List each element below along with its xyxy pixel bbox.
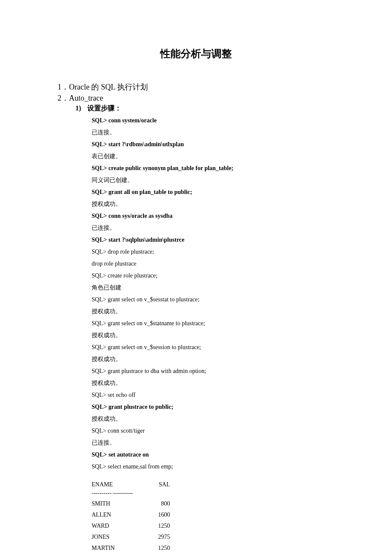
- code-line: drop role plustrace: [92, 258, 334, 270]
- code-line: SQL> create role plustrace;: [92, 270, 334, 282]
- code-line: SQL> set autotrace on: [92, 449, 334, 461]
- code-line: 授权成功。: [92, 413, 334, 425]
- page-title: 性能分析与调整: [58, 47, 334, 61]
- code-line: SQL> grant select on v_$session to plust…: [92, 341, 334, 353]
- table-row: ALLEN1600: [92, 509, 334, 520]
- cell-sal: 1600: [144, 509, 170, 520]
- code-line: SQL> grant plustrace to dba with admin o…: [92, 365, 334, 377]
- cell-ename: ALLEN: [92, 509, 144, 520]
- code-line: SQL> start ?\rdbms\admin\utlxplan: [92, 139, 334, 150]
- document-page: 性能分析与调整 1．Oracle 的 SQL 执行计划 2．Auto_trace…: [0, 0, 392, 555]
- code-line: 角色已创建: [92, 282, 334, 294]
- sub-item-label: 设置步骤：: [87, 104, 121, 112]
- table-row: MARTIN1250: [92, 543, 334, 554]
- code-line: SQL> grant plustrace to public;: [92, 401, 334, 413]
- code-line: SQL> conn scott/tiger: [92, 425, 334, 437]
- code-line: SQL> conn sys/oracle as sysdba: [92, 210, 334, 222]
- code-line: SQL> create public synonym plan_table fo…: [92, 162, 334, 174]
- code-line: 表已创建。: [92, 150, 334, 162]
- code-line: SQL> grant all on plan_table to public;: [92, 186, 334, 198]
- table-row: SMITH800: [92, 498, 334, 509]
- cell-ename: JONES: [92, 532, 144, 543]
- code-line: SQL> select ename,sal from emp;: [92, 461, 334, 473]
- sub-item-number: 1): [75, 104, 86, 112]
- header-ename: ENAME: [92, 481, 144, 488]
- table-row: WARD1250: [92, 520, 334, 532]
- table-header: ENAME SAL: [92, 481, 334, 488]
- code-line: SQL> drop role plustrace;: [92, 246, 334, 258]
- code-block: SQL> conn system/oracle已连接。SQL> start ?\…: [92, 115, 334, 473]
- cell-sal: 1250: [144, 520, 170, 532]
- cell-ename: MARTIN: [92, 543, 144, 554]
- code-line: SQL> start ?\sqlplus\admin\plustrce: [92, 234, 334, 246]
- header-sal: SAL: [144, 481, 170, 488]
- cell-sal: 1250: [144, 543, 170, 554]
- table-row: JONES2975: [92, 532, 334, 543]
- code-line: 授权成功。: [92, 330, 334, 341]
- list-item-1: 1．Oracle 的 SQL 执行计划: [58, 82, 334, 92]
- cell-ename: SMITH: [92, 498, 144, 509]
- cell-sal: 800: [144, 498, 170, 509]
- list-item-2: 2．Auto_trace: [58, 93, 334, 103]
- code-line: 授权成功。: [92, 306, 334, 318]
- sub-item-1: 1) 设置步骤：: [75, 104, 334, 113]
- code-line: SQL> grant select on v_$sesstat to plust…: [92, 294, 334, 306]
- code-line: 授权成功。: [92, 377, 334, 389]
- result-table: ENAME SAL ---------- ---------- SMITH800…: [92, 481, 334, 553]
- code-line: 授权成功。: [92, 353, 334, 365]
- code-line: SQL> set echo off: [92, 389, 334, 401]
- code-line: SQL> conn system/oracle: [92, 115, 334, 127]
- code-line: 同义词已创建。: [92, 174, 334, 186]
- code-line: 已连接。: [92, 222, 334, 234]
- code-line: 已连接。: [92, 127, 334, 139]
- cell-sal: 2975: [144, 532, 170, 543]
- code-line: 已连接。: [92, 437, 334, 449]
- cell-ename: WARD: [92, 520, 144, 532]
- table-separator: ---------- ----------: [92, 490, 334, 497]
- code-line: 授权成功。: [92, 198, 334, 210]
- code-line: SQL> grant select on v_$statname to plus…: [92, 318, 334, 330]
